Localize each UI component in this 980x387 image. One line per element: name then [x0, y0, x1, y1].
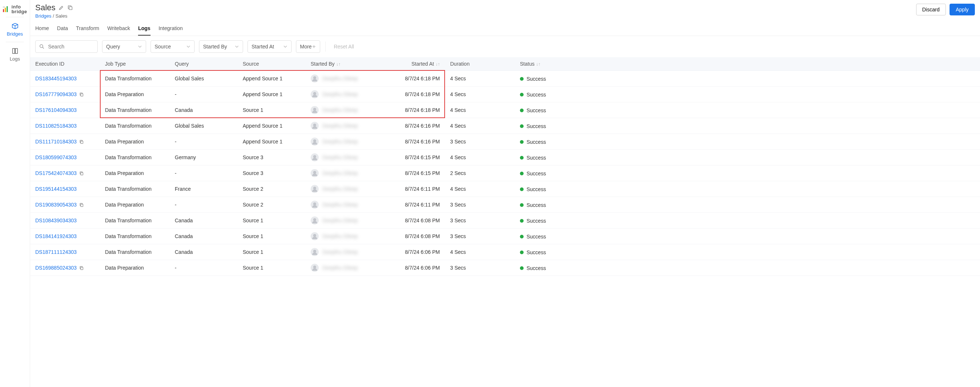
- cell-duration: 3 Secs: [445, 260, 515, 276]
- cell-job-type: Data Transformation: [100, 71, 170, 87]
- filter-started-by[interactable]: Started By: [199, 40, 243, 53]
- table-row: DS167779094303Data Preparation-Append So…: [30, 87, 980, 102]
- execution-id-link[interactable]: DS169885024303: [35, 265, 77, 271]
- breadcrumb: Bridges / Sales: [35, 13, 73, 19]
- chevron-down-icon: [235, 44, 239, 49]
- chevron-down-icon: [283, 44, 288, 49]
- status-dot-icon: [520, 124, 523, 128]
- execution-id-link[interactable]: DS108439034303: [35, 217, 77, 224]
- col-header-duration[interactable]: Duration: [445, 57, 515, 71]
- apply-button[interactable]: Apply: [950, 4, 975, 16]
- col-header-started-at[interactable]: Started At↓↑: [374, 57, 445, 71]
- execution-id-link[interactable]: DS180599074303: [35, 154, 77, 160]
- cell-query: -: [170, 165, 237, 181]
- col-header-status[interactable]: Status↓↑: [515, 57, 980, 71]
- status-dot-icon: [520, 77, 523, 81]
- logs-table: Execution ID Job Type Query Source Start…: [30, 57, 980, 276]
- cell-job-type: Data Transformation: [100, 244, 170, 260]
- col-header-job-type[interactable]: Job Type: [100, 57, 170, 71]
- rail-logs[interactable]: Logs: [0, 43, 30, 66]
- cell-started-by: Deepthu Dileep: [305, 87, 374, 102]
- svg-rect-0: [3, 9, 4, 12]
- execution-id-link[interactable]: DS111710184303: [35, 139, 77, 144]
- cell-started-at: 8/7/24 6:11 PM: [374, 181, 445, 197]
- tab-home[interactable]: Home: [35, 25, 49, 36]
- table-wrap: Execution ID Job Type Query Source Start…: [30, 57, 980, 276]
- chevron-down-icon: [138, 44, 142, 49]
- cell-source: Append Source 1: [237, 71, 305, 87]
- avatar: [311, 90, 319, 98]
- cell-status: Success: [515, 197, 980, 213]
- avatar: [311, 106, 319, 114]
- reset-filters[interactable]: Reset All: [331, 41, 357, 52]
- copy-icon[interactable]: [79, 140, 84, 144]
- tab-writeback[interactable]: Writeback: [107, 25, 130, 36]
- cell-query: -: [170, 197, 237, 213]
- col-header-exec-id[interactable]: Execution ID: [30, 57, 100, 71]
- svg-rect-3: [3, 6, 4, 7]
- breadcrumb-leaf: Sales: [56, 13, 68, 19]
- copy-icon[interactable]: [67, 5, 73, 11]
- header: Sales Bridges / Sales Discard Apply: [30, 0, 980, 22]
- user-name-masked: Deepthu Dileep: [322, 217, 358, 224]
- cell-duration: 4 Secs: [445, 150, 515, 165]
- cell-job-type: Data Transformation: [100, 102, 170, 118]
- copy-icon[interactable]: [79, 92, 84, 97]
- plus-icon: [312, 44, 316, 49]
- tab-integration[interactable]: Integration: [159, 25, 183, 36]
- execution-id-link[interactable]: DS167779094303: [35, 91, 77, 97]
- cell-job-type: Data Transformation: [100, 228, 170, 244]
- filter-source[interactable]: Source: [151, 40, 195, 53]
- status-dot-icon: [520, 109, 523, 112]
- tab-logs[interactable]: Logs: [138, 25, 150, 36]
- status-dot-icon: [520, 93, 523, 97]
- execution-id-link[interactable]: DS176104094303: [35, 107, 77, 113]
- search-icon: [39, 44, 45, 49]
- filter-query[interactable]: Query: [102, 40, 146, 53]
- status-dot-icon: [520, 266, 523, 270]
- cell-source: Source 1: [237, 260, 305, 276]
- edit-icon[interactable]: [58, 5, 64, 11]
- cell-job-type: Data Transformation: [100, 181, 170, 197]
- execution-id-link[interactable]: DS175424074303: [35, 170, 77, 176]
- col-header-started-by[interactable]: Started By↓↑: [305, 57, 374, 71]
- filter-started-at[interactable]: Started At: [248, 40, 291, 53]
- execution-id-link[interactable]: DS187111124303: [35, 249, 77, 255]
- cell-query: Global Sales: [170, 71, 237, 87]
- copy-icon[interactable]: [79, 203, 84, 208]
- avatar: [311, 216, 319, 225]
- cell-duration: 4 Secs: [445, 71, 515, 87]
- execution-id-link[interactable]: DS183445194303: [35, 76, 77, 81]
- avatar: [311, 153, 319, 162]
- breadcrumb-root[interactable]: Bridges: [35, 13, 51, 19]
- filter-more[interactable]: More: [296, 40, 320, 53]
- tab-data[interactable]: Data: [57, 25, 68, 36]
- col-header-source[interactable]: Source: [237, 57, 305, 71]
- cell-started-by: Deepthu Dileep: [305, 228, 374, 244]
- status-dot-icon: [520, 156, 523, 160]
- table-row: DS184141924303Data TransformationCanadaS…: [30, 228, 980, 244]
- col-header-query[interactable]: Query: [170, 57, 237, 71]
- svg-rect-7: [69, 6, 72, 10]
- cell-started-at: 8/7/24 6:16 PM: [374, 118, 445, 134]
- svg-rect-12: [81, 204, 83, 206]
- execution-id-link[interactable]: DS184141924303: [35, 233, 77, 239]
- execution-id-link[interactable]: DS195144154303: [35, 186, 77, 192]
- cell-started-at: 8/7/24 6:15 PM: [374, 150, 445, 165]
- copy-icon[interactable]: [79, 266, 84, 271]
- cell-started-by: Deepthu Dileep: [305, 71, 374, 87]
- rail-bridges[interactable]: Bridges: [0, 18, 30, 41]
- execution-id-link[interactable]: DS110825184303: [35, 123, 77, 129]
- cell-query: -: [170, 134, 237, 150]
- discard-button[interactable]: Discard: [916, 4, 946, 16]
- cell-job-type: Data Preparation: [100, 197, 170, 213]
- cell-job-type: Data Transformation: [100, 213, 170, 228]
- copy-icon[interactable]: [79, 171, 84, 176]
- cell-started-at: 8/7/24 6:06 PM: [374, 260, 445, 276]
- cell-source: Source 1: [237, 228, 305, 244]
- cell-started-at: 8/7/24 6:11 PM: [374, 197, 445, 213]
- tab-transform[interactable]: Transform: [76, 25, 99, 36]
- svg-rect-4: [4, 6, 5, 7]
- cell-status: Success: [515, 228, 980, 244]
- execution-id-link[interactable]: DS190839054303: [35, 202, 77, 208]
